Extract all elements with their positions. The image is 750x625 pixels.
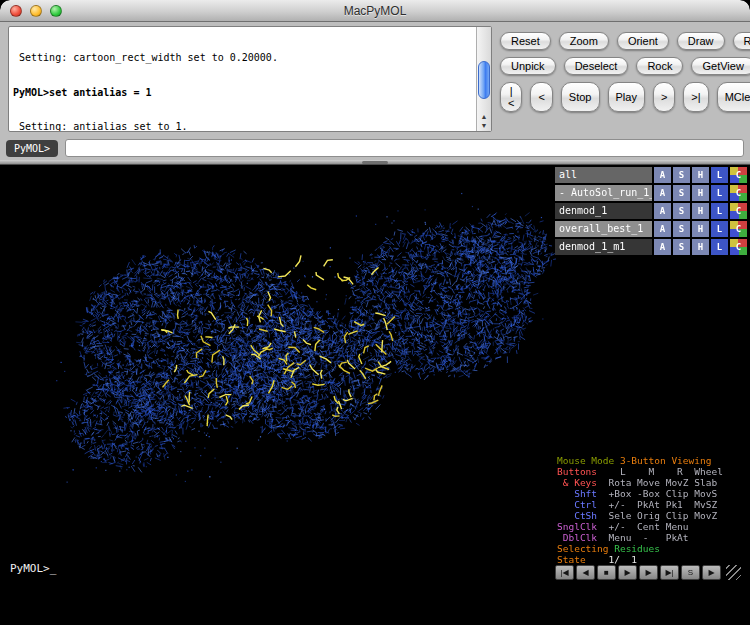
scrollbar-arrows[interactable]: ▲▼ [477,112,491,130]
mouse-matrix-row: DblClk Menu - PkAt [557,532,747,543]
command-buttons: Reset Zoom Orient Draw Ray Unpick Desele… [500,32,746,119]
action-button[interactable]: A [654,185,671,201]
object-row: - AutoSol_run_1_ A S H L C [555,185,747,201]
mouse-mode-value: 3-Button Viewing [614,455,711,466]
viewport-canvas[interactable] [8,170,556,558]
frame-last-button[interactable]: ▶| [660,565,679,580]
output-console[interactable]: Setting: cartoon_rect_width set to 0.200… [8,26,492,132]
show-button[interactable]: S [673,167,690,183]
color-button[interactable]: C [730,203,747,219]
unpick-button[interactable]: Unpick [500,57,556,75]
state-value: 1/ 1 [586,554,637,565]
hide-button[interactable]: H [692,239,709,255]
show-button[interactable]: S [673,185,690,201]
show-button[interactable]: S [673,221,690,237]
deselect-button[interactable]: Deselect [564,57,629,75]
selecting-mode-line[interactable]: Selecting Residues [557,543,747,554]
ray-button[interactable]: Ray [733,32,750,50]
show-button[interactable]: S [673,203,690,219]
object-row: overall_best_1 A S H L C [555,221,747,237]
resize-grip[interactable] [726,565,741,580]
state-label: State [557,554,586,565]
color-button[interactable]: C [730,185,747,201]
mouse-matrix-row: Buttons L M R Wheel [557,466,747,477]
action-button[interactable]: A [654,167,671,183]
viewport-prompt: PyMOL>_ [10,562,56,575]
state-line: State 1/ 1 [557,554,747,565]
selecting-label: Selecting [557,543,608,554]
object-name-overall-best-1[interactable]: overall_best_1 [555,221,652,237]
mouse-matrix-row: SnglClk +/- Cent Menu [557,521,747,532]
reset-button[interactable]: Reset [500,32,551,50]
window-title: MacPyMOL [0,4,750,18]
movie-play-button[interactable]: Play [608,82,645,112]
movie-next-button[interactable]: > [653,82,675,112]
mouse-settings-panel: Mouse Mode 3-Button Viewing Buttons L M … [555,455,747,565]
zoom-button[interactable]: Zoom [559,32,609,50]
console-line: Setting: antialias set to 1. [13,121,473,132]
splitter-nub[interactable] [362,161,388,164]
upper-panel: Setting: cartoon_rect_width set to 0.200… [0,22,750,160]
color-button[interactable]: C [730,221,747,237]
show-button[interactable]: S [673,239,690,255]
macpymol-window: MacPyMOL Setting: cartoon_rect_width set… [0,0,750,625]
mouse-matrix-row: Ctrl +/- PkAt Pk1 MvSZ [557,499,747,510]
object-name-autosol-group[interactable]: - AutoSol_run_1_ [555,185,652,201]
pymol-prompt-label: PyMOL> [6,140,58,157]
hide-button[interactable]: H [692,167,709,183]
label-button[interactable]: L [711,167,728,183]
fullscreen-button[interactable]: ▶ [702,565,721,580]
play-button[interactable]: ▶ [618,565,637,580]
hide-button[interactable]: H [692,185,709,201]
object-row: denmod_1 A S H L C [555,203,747,219]
mouse-matrix-row: Shft +Box -Box Clip MovS [557,488,747,499]
movie-controls: |◀ ◀ ■ ▶ ▶ ▶| S ▶ [555,565,747,580]
mouse-matrix-row: CtSh Sele Orig Clip MovZ [557,510,747,521]
stop-button[interactable]: ■ [597,565,616,580]
console-line: Setting: cartoon_rect_width set to 0.200… [13,52,473,64]
movie-last-button[interactable]: >| [683,82,708,112]
title-bar[interactable]: MacPyMOL [0,0,750,22]
label-button[interactable]: L [711,185,728,201]
object-row: denmod_1_m1 A S H L C [555,239,747,255]
main-area: PyMOL>_ all A S H L C - AutoSol_run_1_ A… [0,160,750,625]
movie-first-button[interactable]: |< [500,82,522,112]
orient-button[interactable]: Orient [617,32,669,50]
action-button[interactable]: A [654,221,671,237]
mouse-mode-label: Mouse Mode [557,455,614,466]
console-line: PyMOL>set antialias = 1 [13,87,473,99]
rock-button[interactable]: Rock [636,57,683,75]
object-row: all A S H L C [555,167,747,183]
frame-prev-button[interactable]: ◀ [576,565,595,580]
mclear-button[interactable]: MClear [717,82,750,112]
object-name-all[interactable]: all [555,167,652,183]
draw-button[interactable]: Draw [677,32,725,50]
scene-button[interactable]: S [681,565,700,580]
object-name-denmod-1[interactable]: denmod_1 [555,203,652,219]
color-button[interactable]: C [730,167,747,183]
mouse-mode-line[interactable]: Mouse Mode 3-Button Viewing [557,455,747,466]
object-name-denmod-1-m1[interactable]: denmod_1_m1 [555,239,652,255]
console-scrollbar[interactable]: ▲▼ [476,27,491,131]
command-input[interactable] [65,139,744,157]
scrollbar-thumb[interactable] [478,61,490,99]
label-button[interactable]: L [711,221,728,237]
frame-first-button[interactable]: |◀ [555,565,574,580]
mouse-matrix-row: & Keys Rota Move MovZ Slab [557,477,747,488]
movie-stop-button[interactable]: Stop [561,82,600,112]
console-log: Setting: cartoon_rect_width set to 0.200… [9,27,491,132]
color-button[interactable]: C [730,239,747,255]
label-button[interactable]: L [711,203,728,219]
label-button[interactable]: L [711,239,728,255]
getview-button[interactable]: GetView [691,57,750,75]
object-sidebar: all A S H L C - AutoSol_run_1_ A S H L C… [555,167,747,622]
hide-button[interactable]: H [692,221,709,237]
movie-prev-button[interactable]: < [530,82,552,112]
hide-button[interactable]: H [692,203,709,219]
action-button[interactable]: A [654,239,671,255]
frame-next-button[interactable]: ▶ [639,565,658,580]
action-button[interactable]: A [654,203,671,219]
splitter-handle[interactable] [0,160,750,165]
selecting-value: Residues [608,543,659,554]
